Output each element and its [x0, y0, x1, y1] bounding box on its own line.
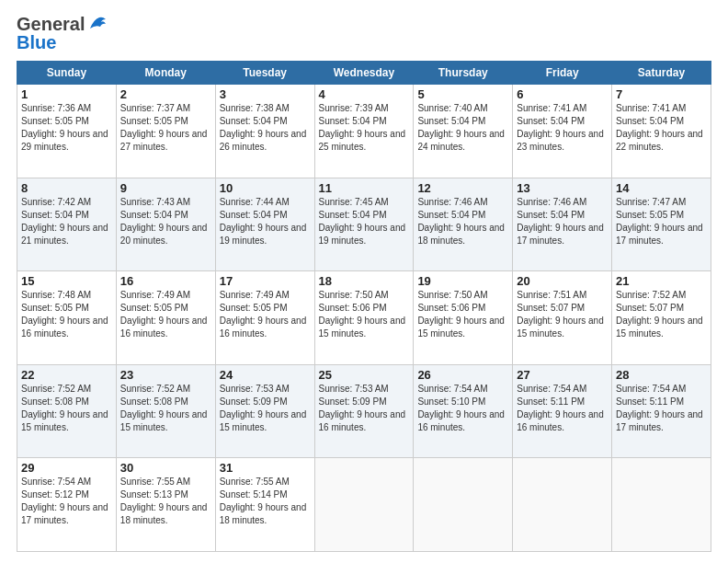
day-number: 22: [21, 368, 112, 382]
day-number: 1: [21, 87, 112, 101]
calendar-week-row: 22Sunrise: 7:52 AMSunset: 5:08 PMDayligh…: [17, 364, 711, 458]
day-info: Sunrise: 7:54 AMSunset: 5:11 PMDaylight:…: [616, 383, 707, 434]
calendar-cell: 19Sunrise: 7:50 AMSunset: 5:06 PMDayligh…: [414, 271, 513, 365]
day-info: Sunrise: 7:54 AMSunset: 5:12 PMDaylight:…: [21, 476, 112, 527]
day-number: 8: [21, 181, 112, 195]
page: GeneralBlue SundayMondayTuesdayWednesday…: [0, 0, 728, 563]
calendar-cell: 10Sunrise: 7:44 AMSunset: 5:04 PMDayligh…: [215, 178, 314, 271]
calendar-cell: 17Sunrise: 7:49 AMSunset: 5:05 PMDayligh…: [215, 271, 314, 365]
day-number: 27: [517, 368, 608, 382]
header: GeneralBlue: [17, 15, 711, 52]
day-number: 29: [21, 461, 112, 475]
day-number: 24: [220, 368, 311, 382]
day-number: 13: [517, 181, 608, 195]
calendar-cell: 2Sunrise: 7:37 AMSunset: 5:05 PMDaylight…: [116, 85, 215, 178]
day-number: 9: [120, 181, 211, 195]
day-number: 11: [319, 181, 410, 195]
day-number: 16: [120, 274, 211, 288]
day-info: Sunrise: 7:42 AMSunset: 5:04 PMDaylight:…: [21, 196, 112, 247]
calendar-header-row: SundayMondayTuesdayWednesdayThursdayFrid…: [17, 62, 711, 85]
day-header-thursday: Thursday: [414, 62, 513, 85]
calendar-cell: 11Sunrise: 7:45 AMSunset: 5:04 PMDayligh…: [314, 178, 414, 271]
day-info: Sunrise: 7:43 AMSunset: 5:04 PMDaylight:…: [120, 196, 211, 247]
calendar-cell: 22Sunrise: 7:52 AMSunset: 5:08 PMDayligh…: [17, 364, 117, 458]
day-header-wednesday: Wednesday: [314, 62, 414, 85]
calendar-cell: 4Sunrise: 7:39 AMSunset: 5:04 PMDaylight…: [314, 85, 414, 178]
day-header-friday: Friday: [513, 62, 612, 85]
day-info: Sunrise: 7:47 AMSunset: 5:05 PMDaylight:…: [616, 196, 707, 247]
day-header-tuesday: Tuesday: [215, 62, 314, 85]
day-info: Sunrise: 7:46 AMSunset: 5:04 PMDaylight:…: [517, 196, 608, 247]
day-number: 12: [417, 181, 508, 195]
logo: GeneralBlue: [17, 15, 107, 52]
calendar-cell: 5Sunrise: 7:40 AMSunset: 5:04 PMDaylight…: [414, 85, 513, 178]
calendar-cell: [513, 458, 612, 552]
logo-blue-text: Blue: [17, 33, 107, 52]
day-info: Sunrise: 7:52 AMSunset: 5:07 PMDaylight:…: [616, 289, 707, 340]
day-number: 18: [319, 274, 410, 288]
calendar-cell: 12Sunrise: 7:46 AMSunset: 5:04 PMDayligh…: [414, 178, 513, 271]
calendar-week-row: 1Sunrise: 7:36 AMSunset: 5:05 PMDaylight…: [17, 85, 711, 178]
calendar-cell: 8Sunrise: 7:42 AMSunset: 5:04 PMDaylight…: [17, 178, 117, 271]
day-header-sunday: Sunday: [17, 62, 117, 85]
day-number: 6: [517, 87, 608, 101]
day-number: 14: [616, 181, 707, 195]
calendar-cell: 28Sunrise: 7:54 AMSunset: 5:11 PMDayligh…: [612, 364, 711, 458]
day-number: 2: [120, 87, 211, 101]
calendar-cell: 1Sunrise: 7:36 AMSunset: 5:05 PMDaylight…: [17, 85, 117, 178]
day-number: 23: [120, 368, 211, 382]
day-info: Sunrise: 7:46 AMSunset: 5:04 PMDaylight:…: [417, 196, 508, 247]
calendar-week-row: 8Sunrise: 7:42 AMSunset: 5:04 PMDaylight…: [17, 178, 711, 271]
day-info: Sunrise: 7:38 AMSunset: 5:04 PMDaylight:…: [220, 102, 311, 154]
calendar-cell: [414, 458, 513, 552]
day-info: Sunrise: 7:53 AMSunset: 5:09 PMDaylight:…: [220, 383, 311, 434]
day-info: Sunrise: 7:52 AMSunset: 5:08 PMDaylight:…: [120, 383, 211, 434]
calendar-week-row: 15Sunrise: 7:48 AMSunset: 5:05 PMDayligh…: [17, 271, 711, 365]
day-info: Sunrise: 7:54 AMSunset: 5:10 PMDaylight:…: [417, 383, 508, 434]
day-info: Sunrise: 7:49 AMSunset: 5:05 PMDaylight:…: [120, 289, 211, 340]
bird-icon: [86, 16, 107, 32]
day-info: Sunrise: 7:36 AMSunset: 5:05 PMDaylight:…: [21, 102, 112, 154]
calendar-cell: 16Sunrise: 7:49 AMSunset: 5:05 PMDayligh…: [116, 271, 215, 365]
calendar-week-row: 29Sunrise: 7:54 AMSunset: 5:12 PMDayligh…: [17, 458, 711, 552]
calendar-cell: 29Sunrise: 7:54 AMSunset: 5:12 PMDayligh…: [17, 458, 117, 552]
day-number: 4: [319, 87, 410, 101]
calendar-cell: [314, 458, 414, 552]
day-info: Sunrise: 7:41 AMSunset: 5:04 PMDaylight:…: [517, 102, 608, 154]
day-info: Sunrise: 7:45 AMSunset: 5:04 PMDaylight:…: [319, 196, 410, 247]
day-info: Sunrise: 7:52 AMSunset: 5:08 PMDaylight:…: [21, 383, 112, 434]
day-info: Sunrise: 7:48 AMSunset: 5:05 PMDaylight:…: [21, 289, 112, 340]
day-info: Sunrise: 7:51 AMSunset: 5:07 PMDaylight:…: [517, 289, 608, 340]
day-info: Sunrise: 7:55 AMSunset: 5:13 PMDaylight:…: [120, 476, 211, 527]
day-number: 3: [220, 87, 311, 101]
calendar-cell: 20Sunrise: 7:51 AMSunset: 5:07 PMDayligh…: [513, 271, 612, 365]
day-info: Sunrise: 7:50 AMSunset: 5:06 PMDaylight:…: [319, 289, 410, 340]
calendar-cell: 24Sunrise: 7:53 AMSunset: 5:09 PMDayligh…: [215, 364, 314, 458]
calendar-cell: 9Sunrise: 7:43 AMSunset: 5:04 PMDaylight…: [116, 178, 215, 271]
calendar-cell: 7Sunrise: 7:41 AMSunset: 5:04 PMDaylight…: [612, 85, 711, 178]
day-info: Sunrise: 7:41 AMSunset: 5:04 PMDaylight:…: [616, 102, 707, 154]
day-info: Sunrise: 7:40 AMSunset: 5:04 PMDaylight:…: [417, 102, 508, 154]
logo-general-text: General: [17, 15, 85, 33]
calendar-cell: [612, 458, 711, 552]
day-info: Sunrise: 7:49 AMSunset: 5:05 PMDaylight:…: [220, 289, 311, 340]
calendar-cell: 25Sunrise: 7:53 AMSunset: 5:09 PMDayligh…: [314, 364, 414, 458]
day-info: Sunrise: 7:37 AMSunset: 5:05 PMDaylight:…: [120, 102, 211, 154]
calendar-cell: 15Sunrise: 7:48 AMSunset: 5:05 PMDayligh…: [17, 271, 117, 365]
calendar-table: SundayMondayTuesdayWednesdayThursdayFrid…: [17, 61, 711, 552]
calendar-cell: 3Sunrise: 7:38 AMSunset: 5:04 PMDaylight…: [215, 85, 314, 178]
day-number: 5: [417, 87, 508, 101]
calendar-cell: 26Sunrise: 7:54 AMSunset: 5:10 PMDayligh…: [414, 364, 513, 458]
day-info: Sunrise: 7:39 AMSunset: 5:04 PMDaylight:…: [319, 102, 410, 154]
day-header-monday: Monday: [116, 62, 215, 85]
day-number: 7: [616, 87, 707, 101]
calendar-cell: 23Sunrise: 7:52 AMSunset: 5:08 PMDayligh…: [116, 364, 215, 458]
day-number: 15: [21, 274, 112, 288]
day-info: Sunrise: 7:54 AMSunset: 5:11 PMDaylight:…: [517, 383, 608, 434]
calendar-cell: 14Sunrise: 7:47 AMSunset: 5:05 PMDayligh…: [612, 178, 711, 271]
day-number: 19: [417, 274, 508, 288]
calendar-cell: 30Sunrise: 7:55 AMSunset: 5:13 PMDayligh…: [116, 458, 215, 552]
day-number: 30: [120, 461, 211, 475]
calendar-cell: 27Sunrise: 7:54 AMSunset: 5:11 PMDayligh…: [513, 364, 612, 458]
day-info: Sunrise: 7:53 AMSunset: 5:09 PMDaylight:…: [319, 383, 410, 434]
